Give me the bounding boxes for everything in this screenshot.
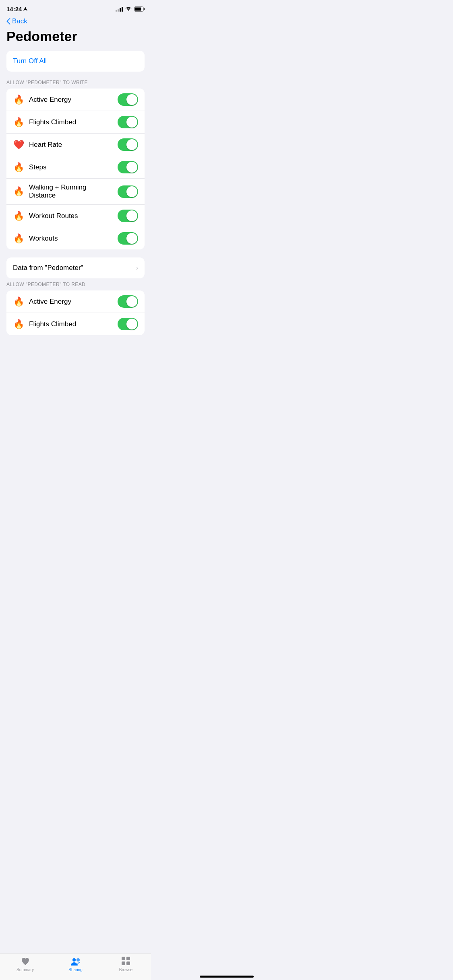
workouts-write-label: Workouts	[29, 235, 113, 243]
flights-climbed-read-toggle[interactable]	[118, 318, 138, 330]
list-item: 🔥 Walking + Running Distance	[6, 179, 145, 205]
steps-write-toggle[interactable]	[118, 161, 138, 173]
flame-icon-flights-climbed-read: 🔥	[13, 319, 24, 330]
flame-icon-active-energy-write: 🔥	[13, 94, 24, 105]
list-item: ❤️ Heart Rate	[6, 134, 145, 156]
active-energy-read-label: Active Energy	[29, 298, 113, 306]
list-item: 🔥 Steps	[6, 156, 145, 179]
read-section-header: ALLOW "PEDOMETER" TO READ	[0, 282, 151, 290]
list-item: 🔥 Workouts	[6, 227, 145, 249]
walking-running-write-label: Walking + Running Distance	[29, 183, 113, 200]
page-title: Pedometer	[0, 27, 151, 51]
status-time: 14:24	[6, 6, 27, 12]
list-item: 🔥 Flights Climbed	[6, 313, 145, 335]
turn-off-all-label[interactable]: Turn Off All	[13, 57, 47, 65]
svg-rect-1	[144, 8, 145, 10]
signal-icon	[116, 7, 123, 12]
list-item: 🔥 Active Energy	[6, 290, 145, 313]
write-section-card: 🔥 Active Energy 🔥 Flights Climbed ❤️ Hea…	[6, 89, 145, 249]
workouts-write-toggle[interactable]	[118, 232, 138, 245]
back-chevron-icon	[6, 18, 10, 25]
list-item: 🔥 Workout Routes	[6, 205, 145, 227]
heart-rate-write-label: Heart Rate	[29, 141, 113, 149]
read-section-card: 🔥 Active Energy 🔥 Flights Climbed	[6, 290, 145, 335]
flights-climbed-read-label: Flights Climbed	[29, 320, 113, 328]
list-item: 🔥 Flights Climbed	[6, 111, 145, 134]
flame-icon-steps-write: 🔥	[13, 162, 24, 173]
flame-icon-workouts-write: 🔥	[13, 233, 24, 244]
svg-rect-2	[135, 8, 141, 11]
flame-icon-flights-climbed-write: 🔥	[13, 117, 24, 128]
location-icon	[23, 7, 27, 12]
walking-running-write-toggle[interactable]	[118, 185, 138, 198]
steps-write-label: Steps	[29, 163, 113, 171]
flame-icon-walking-running-write: 🔥	[13, 186, 24, 197]
flame-icon-workout-routes-write: 🔥	[13, 210, 24, 222]
status-icons	[116, 6, 145, 12]
workout-routes-write-label: Workout Routes	[29, 212, 113, 220]
active-energy-read-toggle[interactable]	[118, 295, 138, 308]
flights-climbed-write-toggle[interactable]	[118, 116, 138, 128]
heart-icon-heart-rate-write: ❤️	[13, 139, 24, 150]
battery-icon	[134, 6, 145, 12]
flame-icon-active-energy-read: 🔥	[13, 296, 24, 307]
turn-off-all-card[interactable]: Turn Off All	[6, 51, 145, 72]
heart-rate-write-toggle[interactable]	[118, 138, 138, 151]
write-section-header: ALLOW "PEDOMETER" TO WRITE	[0, 80, 151, 89]
data-from-pedometer-row[interactable]: Data from "Pedometer" ›	[6, 257, 145, 278]
chevron-right-icon: ›	[136, 264, 138, 272]
status-bar: 14:24	[0, 0, 151, 14]
list-item: 🔥 Active Energy	[6, 89, 145, 111]
active-energy-write-toggle[interactable]	[118, 93, 138, 106]
active-energy-write-label: Active Energy	[29, 96, 113, 104]
workout-routes-write-toggle[interactable]	[118, 210, 138, 222]
data-from-label: Data from "Pedometer"	[13, 264, 83, 272]
flights-climbed-write-label: Flights Climbed	[29, 118, 113, 126]
wifi-icon	[125, 7, 132, 12]
back-button[interactable]: Back	[0, 14, 151, 27]
